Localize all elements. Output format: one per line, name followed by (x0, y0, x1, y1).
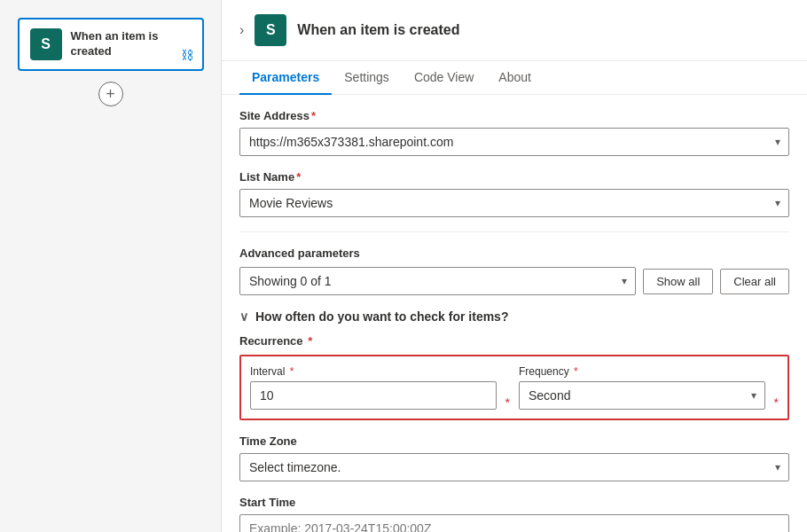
frequency-dropdown-wrapper: Second ▾ (519, 381, 765, 410)
recurrence-section: ∨ How often do you want to check for ite… (239, 309, 789, 420)
divider (239, 231, 789, 232)
advanced-params-section: Advanced parameters Showing 0 of 1 ▾ Sho… (239, 246, 789, 295)
right-header: › S When an item is created (222, 0, 807, 61)
recurrence-fields: Interval * * Frequency * Second (250, 365, 779, 410)
advanced-params-dropdown[interactable]: Showing 0 of 1 (239, 267, 636, 295)
site-address-dropdown-wrapper: https://m365x373381.sharepoint.com ▾ (239, 128, 789, 156)
start-time-field: Start Time (239, 496, 789, 532)
recurrence-collapse-icon[interactable]: ∨ (239, 309, 248, 324)
timezone-label: Time Zone (239, 434, 789, 448)
interval-field: Interval * (250, 365, 497, 410)
tab-about[interactable]: About (486, 61, 544, 95)
interval-label: Interval * (250, 365, 497, 378)
list-name-label: List Name* (239, 170, 789, 184)
advanced-params-label: Advanced parameters (239, 246, 789, 260)
breadcrumb-chevron-icon[interactable]: › (239, 22, 244, 38)
list-name-dropdown-wrapper: Movie Reviews ▾ (239, 189, 789, 217)
recurrence-box: Interval * * Frequency * Second (239, 355, 789, 420)
recurrence-header: ∨ How often do you want to check for ite… (239, 309, 789, 324)
list-name-dropdown[interactable]: Movie Reviews (239, 189, 789, 217)
tab-code-view[interactable]: Code View (402, 61, 486, 95)
site-address-dropdown[interactable]: https://m365x373381.sharepoint.com (239, 128, 789, 156)
site-address-label: Site Address* (239, 109, 789, 122)
header-icon: S (255, 14, 286, 46)
site-address-field: Site Address* https://m365x373381.sharep… (239, 109, 789, 156)
trigger-icon: S (30, 28, 62, 60)
interval-asterisk: * (505, 395, 510, 410)
interval-input[interactable] (250, 381, 497, 410)
advanced-params-dropdown-wrapper: Showing 0 of 1 ▾ (239, 267, 636, 295)
recurrence-section-title: How often do you want to check for items… (255, 309, 508, 324)
advanced-params-row: Showing 0 of 1 ▾ Show all Clear all (239, 267, 789, 295)
trigger-title: When an item is created (71, 29, 192, 59)
link-icon: ⛓ (181, 48, 193, 62)
timezone-field: Time Zone Select timezone. ▾ (239, 434, 789, 481)
frequency-dropdown[interactable]: Second (519, 381, 765, 410)
content-area: Site Address* https://m365x373381.sharep… (222, 95, 807, 532)
page-title: When an item is created (297, 22, 459, 38)
timezone-dropdown-wrapper: Select timezone. ▾ (239, 453, 789, 481)
trigger-card[interactable]: S When an item is created ⛓ (18, 18, 204, 71)
frequency-field: Frequency * Second ▾ (519, 365, 765, 410)
frequency-label: Frequency * (519, 365, 765, 378)
left-panel: S When an item is created ⛓ + (0, 0, 222, 532)
timezone-dropdown[interactable]: Select timezone. (239, 453, 789, 481)
tab-settings[interactable]: Settings (332, 61, 402, 95)
right-panel: › S When an item is created Parameters S… (222, 0, 807, 532)
tabs-bar: Parameters Settings Code View About (222, 61, 807, 95)
show-all-button[interactable]: Show all (643, 269, 713, 294)
add-step-button[interactable]: + (98, 82, 123, 106)
recurrence-label: Recurrence * (239, 334, 789, 348)
frequency-asterisk: * (774, 395, 779, 410)
start-time-label: Start Time (239, 496, 789, 509)
list-name-field: List Name* Movie Reviews ▾ (239, 170, 789, 217)
clear-all-button[interactable]: Clear all (720, 269, 789, 294)
tab-parameters[interactable]: Parameters (239, 61, 332, 95)
start-time-input[interactable] (239, 514, 789, 532)
